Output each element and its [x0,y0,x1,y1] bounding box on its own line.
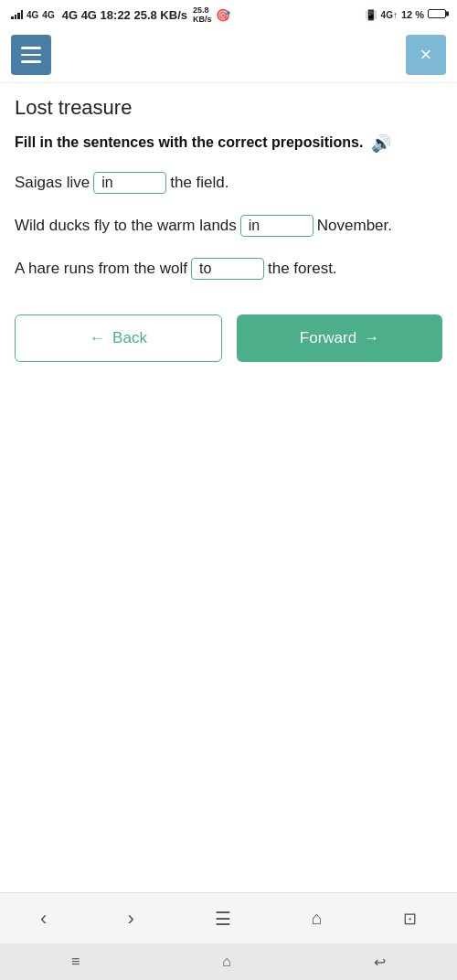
battery-icon [428,9,446,20]
forward-button[interactable]: Forward → [237,314,442,362]
status-left: 4G 4G 4G 4G 18:22 25.8 KB/s 25.8KB/s 🎯 [11,5,230,24]
back-label: Back [112,329,147,347]
answer-input-3[interactable] [191,258,264,280]
sentence-2: Wild ducks fly to the warm lands Novembe… [15,213,442,240]
back-button[interactable]: ← Back [15,314,222,362]
system-back-button[interactable]: ↩ [374,953,386,971]
android-apps-icon: ⊡ [403,909,417,929]
battery-percent: 12 % [401,9,424,20]
system-home-button[interactable]: ⌂ [222,953,231,970]
system-back-icon: ↩ [374,954,386,970]
forward-label: Forward [300,329,356,347]
android-back-icon: ‹ [40,907,47,931]
network-label2: 4G [42,10,54,20]
android-menu-icon: ☰ [215,908,231,930]
instruction-text: Fill in the sentences with the correct p… [15,134,363,150]
system-menu-button[interactable]: ≡ [71,953,80,970]
answer-input-2[interactable] [240,215,314,237]
forward-arrow-icon: → [364,329,379,347]
close-button[interactable]: × [406,35,446,75]
hamburger-line [21,54,41,57]
android-home-icon: ⌂ [312,908,323,929]
time: 4G 4G 18:22 25.8 KB/s [62,8,187,22]
android-home-button[interactable]: ⌂ [312,908,323,929]
menu-button[interactable] [11,35,51,75]
main-content: Fill in the sentences with the correct p… [0,125,457,634]
answer-input-1[interactable] [93,172,166,194]
sentence-3-before: A hare runs from the wolf [15,256,187,282]
hamburger-line [21,47,41,49]
android-forward-icon: › [127,907,133,931]
vibrate-icon: 📳 [365,9,377,21]
spacer [0,634,457,892]
back-arrow-icon: ← [90,329,105,347]
audio-button[interactable]: 🔊 [371,133,391,154]
sentence-1-after: the field. [170,170,228,197]
android-nav-bar: ‹ › ☰ ⌂ ⊡ [0,892,457,943]
button-row: ← Back Forward → [15,314,442,362]
signal-icon [11,8,23,21]
system-menu-icon: ≡ [71,953,80,969]
kb-speed: 25.8KB/s [193,5,212,24]
hamburger-line [21,60,41,63]
sentence-1-before: Saigas live [15,170,90,197]
sentence-3: A hare runs from the wolf the forest. [15,256,442,282]
android-forward-button[interactable]: › [127,907,133,931]
sentence-2-after: November. [317,213,392,240]
status-right: 📳 4G↑ 12 % [365,9,446,21]
close-icon: × [420,43,432,67]
system-bar: ≡ ⌂ ↩ [0,943,457,980]
sentence-2-before: Wild ducks fly to the warm lands [15,213,237,240]
android-apps-button[interactable]: ⊡ [403,909,417,929]
status-bar: 4G 4G 4G 4G 18:22 25.8 KB/s 25.8KB/s 🎯 📳… [0,0,457,27]
instruction-block: Fill in the sentences with the correct p… [15,133,442,154]
header: × [0,27,457,83]
gps-icon: 🎯 [216,8,230,22]
page-title-bar: Lost treasure [0,83,457,125]
sentence-3-after: the forest. [268,256,337,282]
android-back-button[interactable]: ‹ [40,907,47,931]
page-title: Lost treasure [15,96,442,120]
sentence-1: Saigas live the field. [15,170,442,197]
system-home-icon: ⌂ [222,953,231,969]
android-menu-button[interactable]: ☰ [215,908,231,930]
network-label: 4G [27,10,38,20]
signal-4g-icon: 4G↑ [381,10,398,20]
